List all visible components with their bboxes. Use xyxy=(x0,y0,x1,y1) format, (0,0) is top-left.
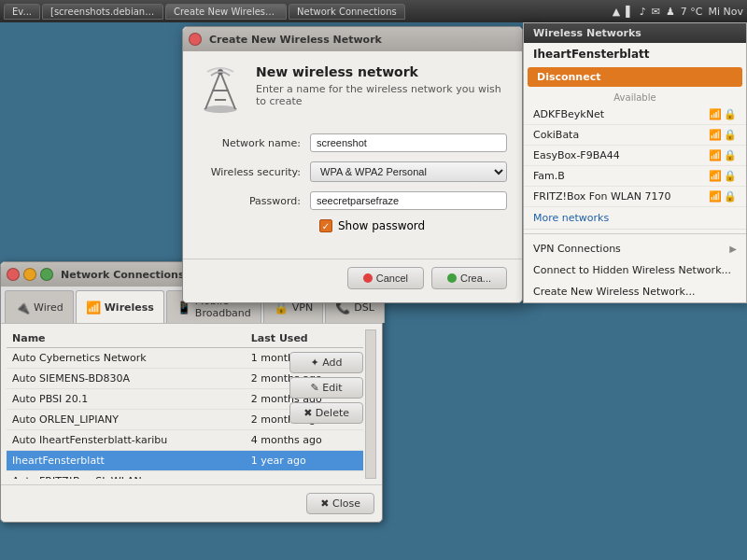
table-row[interactable]: Auto IheartFensterblatt-karibu 4 months … xyxy=(7,430,363,451)
lock-icon: 🔒 xyxy=(724,108,737,120)
wireless-security-label: Wireless security: xyxy=(198,166,310,178)
wd-network-item[interactable]: EasyBox-F9BA44 📶 🔒 xyxy=(524,146,746,166)
taskbar-tab-debian[interactable]: [screenshots.debian.ne... xyxy=(42,4,163,20)
tab-wired[interactable]: 🔌 Wired xyxy=(5,290,74,323)
cancel-icon xyxy=(363,273,373,283)
password-input[interactable] xyxy=(310,191,507,210)
email-icon[interactable]: ✉ xyxy=(652,6,660,18)
lock-icon: 🔒 xyxy=(724,149,737,161)
tab-wireless[interactable]: 📶 Wireless xyxy=(76,290,164,323)
wd-available-label: Available xyxy=(524,89,746,105)
signal-icon: 📶 xyxy=(709,149,722,161)
signal-icon: 📶 xyxy=(709,190,722,203)
password-label: Password: xyxy=(198,195,310,207)
datetime-display: Mi Nov xyxy=(708,6,743,18)
wireless-icon: 📶 xyxy=(86,301,101,315)
nc-table-area: Name Last Used Auto Cybernetics Network … xyxy=(1,324,382,484)
wd-network-item[interactable]: ADKFBeykNet 📶 🔒 xyxy=(524,105,746,125)
nc-footer: ✖ Close xyxy=(1,484,382,522)
edit-button[interactable]: ✎ Edit xyxy=(289,377,363,399)
add-button[interactable]: ✦ Add xyxy=(289,352,363,373)
dialog-header-row: New wireless network Enter a name for th… xyxy=(198,64,507,119)
cancel-label: Cancel xyxy=(376,273,408,284)
nc-title: Network Connections xyxy=(61,269,184,281)
show-password-row: ✓ Show password xyxy=(319,219,507,232)
network-name: ADKFBeykNet xyxy=(533,108,709,120)
dialog-title: Create New Wireless Network xyxy=(209,34,382,46)
lock-icon: 🔒 xyxy=(724,129,737,141)
row-name: IheartFensterblatt xyxy=(7,451,246,471)
signal-icon: 📶 xyxy=(709,129,722,141)
password-row: Password: xyxy=(198,191,507,210)
nc-maximize-button[interactable] xyxy=(40,268,53,281)
row-name: Auto FRITZ!Box-SL-WLAN xyxy=(7,471,246,480)
dialog-titlebar: Create New Wireless Network xyxy=(183,27,522,51)
wd-network-item[interactable]: CokiBata 📶 🔒 xyxy=(524,125,746,146)
wd-connected-name: IheartFensterblatt xyxy=(524,43,746,65)
tab-wired-label: Wired xyxy=(34,301,63,314)
wireless-security-select[interactable]: WPA & WPA2 Personal xyxy=(310,161,507,182)
dialog-close-button[interactable] xyxy=(189,33,202,46)
close-label: Close xyxy=(332,497,360,510)
edit-label: Edit xyxy=(322,382,342,394)
temperature-display: 7 °C xyxy=(681,6,703,18)
nc-close-button[interactable] xyxy=(7,268,20,281)
wd-more-networks[interactable]: More networks xyxy=(524,207,746,230)
wd-network-item[interactable]: Fam.B 📶 🔒 xyxy=(524,166,746,187)
vpn-label: VPN Connections xyxy=(533,243,621,255)
row-name: Auto PBSI 20.1 xyxy=(7,389,246,410)
create-label: Crea... xyxy=(460,273,491,284)
show-password-label: Show password xyxy=(338,219,425,232)
create-button[interactable]: Crea... xyxy=(431,267,507,289)
taskbar-tab-create[interactable]: Create New Wireless Net... xyxy=(165,4,287,20)
wired-icon: 🔌 xyxy=(15,301,30,315)
taskbar-tab-netconn[interactable]: Network Connections xyxy=(289,4,405,20)
nc-minimize-button[interactable] xyxy=(23,268,36,281)
network-name: FRITZ!Box Fon WLAN 7170 xyxy=(533,190,709,203)
dialog-body: New wireless network Enter a name for th… xyxy=(183,51,522,259)
taskbar-tabs: Ev... [screenshots.debian.ne... Create N… xyxy=(4,4,405,20)
scrollbar[interactable] xyxy=(365,329,376,479)
row-last-used: never xyxy=(246,471,363,480)
show-password-checkbox[interactable]: ✓ xyxy=(319,219,332,232)
row-name: Auto Cybernetics Network xyxy=(7,348,246,369)
row-last-used: 4 months ago xyxy=(246,430,363,451)
signal-icon: 📶 xyxy=(709,108,722,120)
table-row[interactable]: IheartFensterblatt 1 year ago xyxy=(7,451,363,471)
network-name: CokiBata xyxy=(533,129,709,141)
taskbar-tab-ev[interactable]: Ev... xyxy=(4,4,40,20)
chevron-right-icon: ▶ xyxy=(729,244,737,254)
edit-icon: ✎ xyxy=(311,382,319,394)
dialog-heading: New wireless network xyxy=(256,64,507,79)
volume-icon[interactable]: ♪ xyxy=(640,6,646,18)
network-name-input[interactable] xyxy=(310,133,507,152)
wd-separator xyxy=(524,233,746,234)
tab-wireless-label: Wireless xyxy=(105,301,154,314)
wd-vpn-connections[interactable]: VPN Connections ▶ xyxy=(524,238,746,259)
row-name: Auto IheartFensterblatt-karibu xyxy=(7,430,246,451)
dialog-footer: Cancel Crea... xyxy=(183,259,522,302)
wd-disconnect-button[interactable]: Disconnect xyxy=(528,67,742,87)
wd-create-new-network[interactable]: Create New Wireless Network... xyxy=(524,281,746,302)
cancel-button[interactable]: Cancel xyxy=(347,267,424,289)
user-icon[interactable]: ♟ xyxy=(666,6,675,18)
wd-network-item[interactable]: FRITZ!Box Fon WLAN 7170 📶 🔒 xyxy=(524,187,746,207)
network-name-row: Network name: xyxy=(198,133,507,152)
delete-button[interactable]: ✖ Delete xyxy=(289,402,363,424)
wifi-status-icon[interactable]: ▲ xyxy=(613,6,620,18)
create-icon xyxy=(447,273,457,283)
row-name: Auto ORLEN_LIPIANY xyxy=(7,410,246,430)
table-row[interactable]: Auto FRITZ!Box-SL-WLAN never xyxy=(7,471,363,480)
add-icon: ✦ xyxy=(311,357,319,369)
wd-connect-hidden[interactable]: Connect to Hidden Wireless Network... xyxy=(524,259,746,281)
delete-label: Delete xyxy=(316,407,349,419)
lock-icon: 🔒 xyxy=(724,190,737,203)
close-button[interactable]: ✖ Close xyxy=(306,493,374,514)
wifi-tower-icon xyxy=(198,64,243,119)
svg-point-0 xyxy=(204,105,237,113)
col-name: Name xyxy=(7,329,246,348)
lock-icon: 🔒 xyxy=(724,170,737,182)
wireless-security-row: Wireless security: WPA & WPA2 Personal xyxy=(198,161,507,182)
battery-icon: ▌ xyxy=(626,6,633,18)
col-last-used: Last Used xyxy=(246,329,363,348)
